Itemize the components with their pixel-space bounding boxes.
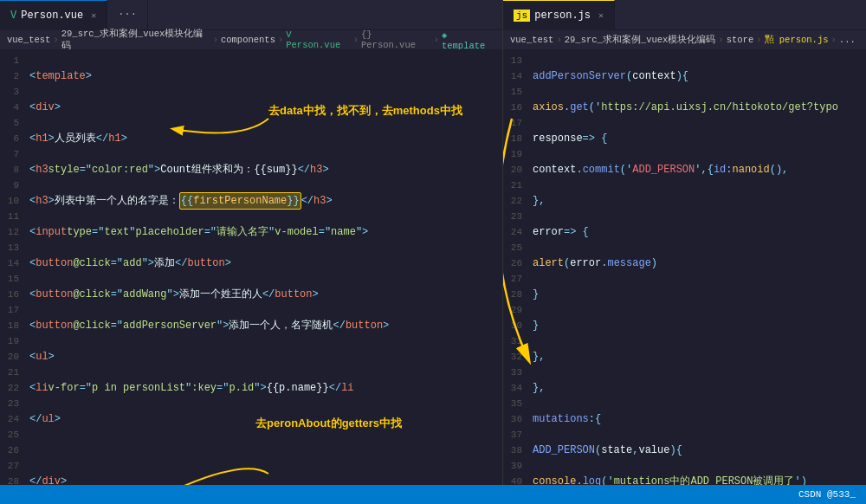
vue-file-icon: V (10, 10, 16, 22)
breadcrumb-right: vue_test › 29_src_求和案例_vuex模块化编码 › store… (502, 30, 866, 49)
code-left: <template> <div> <h1>人员列表</h1> <h3 style… (26, 49, 502, 485)
line-numbers-right: 1314151617 1819202122 2324252627 2829303… (503, 49, 529, 485)
left-editor: 12345 678910 1112131415 1617181920 21222… (0, 49, 502, 485)
tab-close-js-icon[interactable]: ✕ (598, 10, 604, 21)
tab-close-icon[interactable]: ✕ (91, 10, 96, 21)
tab-label-js: person.js (534, 10, 591, 22)
line-numbers-left: 12345 678910 1112131415 1617181920 21222… (0, 49, 26, 485)
tab-label: Person.vue (21, 10, 83, 22)
js-file-icon: js (514, 10, 530, 22)
tab-more-left[interactable]: ··· (107, 0, 148, 30)
tab-person-vue[interactable]: V Person.vue ✕ (0, 0, 107, 30)
tab-person-js[interactable]: js person.js ✕ (503, 0, 615, 30)
status-bar: CSDN @533_ (0, 485, 866, 504)
right-editor: 1314151617 1819202122 2324252627 2829303… (502, 49, 866, 485)
breadcrumb-left: vue_test › 29_src_求和案例_vuex模块化编码 › compo… (0, 30, 502, 49)
code-right: addPersonServer(context){ axios.get('htt… (529, 49, 866, 485)
main-area: 12345 678910 1112131415 1617181920 21222… (0, 49, 866, 485)
tab-bar: V Person.vue ✕ ··· js person.js ✕ (0, 0, 866, 30)
status-text: CSDN @533_ (798, 489, 856, 500)
